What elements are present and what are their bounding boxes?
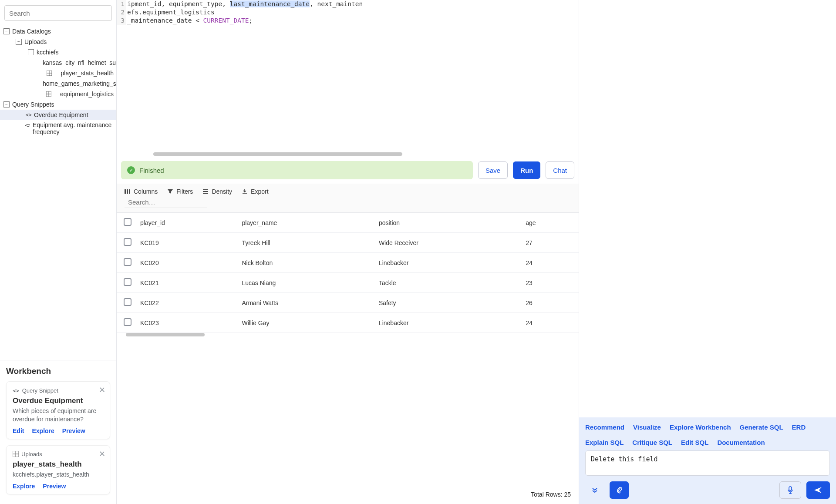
table-cell: Safety [374,293,521,313]
filters-tool[interactable]: Filters [167,188,193,195]
tree-table-item[interactable]: player_stats_health [0,68,116,78]
workbench-card-desc: kcchiefs.player_stats_health [13,470,104,478]
row-checkbox[interactable] [124,238,131,246]
code-text: _maintenance_date < [127,17,203,24]
attach-button[interactable] [610,481,629,499]
code-icon: <> [25,122,30,128]
select-all-checkbox[interactable] [124,218,131,226]
table-icon [40,70,58,76]
workbench-card: ✕ Uploads player_stats_health kcchiefs.p… [6,445,110,494]
table-cell: Tackle [374,273,521,293]
suggestion-chip[interactable]: Explore Workbench [670,423,731,431]
suggestion-chip[interactable]: Recommend [585,423,624,431]
tree-uploads[interactable]: − Uploads [0,37,116,47]
suggestion-chip[interactable]: ERD [792,423,806,431]
table-cell: 24 [521,253,579,273]
tree-table-item[interactable]: equipment_logistics [0,89,116,99]
save-button[interactable]: Save [478,161,508,179]
table-row[interactable]: KC022Armani WattsSafety26 [117,293,579,313]
row-checkbox[interactable] [124,258,131,266]
collapse-icon[interactable]: − [3,101,10,108]
table-row[interactable]: KC021Lucas NiangTackle23 [117,273,579,293]
suggestion-chip[interactable]: Generate SQL [740,423,783,431]
svg-rect-17 [129,189,130,194]
table-row[interactable]: KC020Nick BoltonLinebacker24 [117,253,579,273]
tree-snippet-item[interactable]: <> Overdue Equipment [0,110,116,120]
table-row[interactable]: KC019Tyreek HillWide Receiver27 [117,233,579,253]
tool-label: Density [212,188,232,195]
code-text: ; [249,17,253,24]
close-icon[interactable]: ✕ [99,449,105,459]
row-checkbox[interactable] [124,318,131,326]
query-status: ✓ Finished [121,161,473,179]
close-icon[interactable]: ✕ [99,385,105,395]
tree-kcchiefs[interactable]: − kcchiefs [0,47,116,57]
mic-button[interactable] [779,481,801,499]
column-header[interactable]: position [374,213,521,233]
workbench-action-preview[interactable]: Preview [62,427,85,434]
results-search-input[interactable] [128,198,211,206]
suggestion-chip[interactable]: Visualize [633,423,661,431]
tree-query-snippets[interactable]: − Query Snippets [0,99,116,110]
tree-label: kansas_city_nfl_helmet_supp [43,59,116,66]
sql-editor[interactable]: 123 ipment_id, equipment_type, last_main… [117,0,579,157]
table-cell: 23 [521,273,579,293]
workbench-card-tag: Uploads [13,451,42,457]
table-icon [40,91,57,97]
suggestion-chip[interactable]: Documentation [717,439,765,446]
suggestion-chip[interactable]: Critique SQL [632,439,672,446]
collapse-icon[interactable]: − [16,39,22,45]
workbench-card-tag: <> Query Snippet [13,387,58,394]
row-checkbox[interactable] [124,298,131,306]
results-horizontal-scrollbar[interactable] [117,333,579,337]
workbench-action-explore[interactable]: Explore [32,427,54,434]
code-text: efs.equipment_logistics [127,9,215,16]
svg-rect-18 [203,189,208,190]
suggestion-chip[interactable]: Edit SQL [681,439,708,446]
collapse-icon[interactable]: − [3,28,10,34]
tree-label: player_stats_health [61,70,114,77]
editor-code[interactable]: ipment_id, equipment_type, last_maintena… [126,0,579,25]
column-header[interactable]: player_name [237,213,374,233]
table-cell: KC022 [136,293,237,313]
tree-table-item[interactable]: kansas_city_nfl_helmet_supp [0,57,116,68]
status-text: Finished [139,167,164,174]
columns-tool[interactable]: Columns [125,188,158,195]
collapse-icon[interactable]: − [28,49,34,55]
density-tool[interactable]: Density [202,188,232,195]
workbench-action-edit[interactable]: Edit [13,427,24,434]
table-cell: Wide Receiver [374,233,521,253]
chat-button[interactable]: Chat [546,161,574,179]
svg-rect-16 [127,189,128,194]
row-checkbox[interactable] [124,278,131,286]
tree-table-item[interactable]: home_games_marketing_sal [0,78,116,89]
send-button[interactable] [806,481,830,499]
tree-data-catalogs[interactable]: − Data Catalogs [0,26,116,37]
workbench-card-name: player_stats_health [13,460,104,469]
code-text: ipment_id, equipment_type, [127,0,230,7]
right-panel: RecommendVisualizeExplore WorkbenchGener… [579,0,836,504]
table-cell: KC023 [136,313,237,333]
workbench-panel: Workbench ✕ <> Query Snippet Overdue Equ… [0,360,116,504]
workbench-action-preview[interactable]: Preview [43,483,66,490]
results-footer: Total Rows: 25 [117,485,579,504]
prompt-input[interactable] [585,450,830,476]
results-grid[interactable]: player_id player_name position age KC019… [117,212,579,485]
workbench-action-explore[interactable]: Explore [13,483,35,490]
table-row[interactable]: KC023Willie GayLinebacker24 [117,313,579,333]
export-tool[interactable]: Export [242,188,268,195]
run-button[interactable]: Run [513,161,540,179]
table-cell: Armani Watts [237,293,374,313]
table-cell: Linebacker [374,253,521,273]
editor-horizontal-scrollbar[interactable] [126,152,579,157]
column-header[interactable]: age [521,213,579,233]
run-bar: ✓ Finished Save Run Chat [117,157,579,184]
tree-snippet-item[interactable]: <> Equipment avg. maintenance frequency [0,120,116,137]
svg-rect-20 [203,193,208,194]
column-header[interactable]: player_id [136,213,237,233]
suggestion-chip[interactable]: Explain SQL [585,439,624,446]
table-cell: Nick Bolton [237,253,374,273]
expand-icon[interactable] [585,481,604,499]
workbench-card-tag-label: Query Snippet [22,387,58,394]
sidebar-search-input[interactable] [4,5,112,21]
